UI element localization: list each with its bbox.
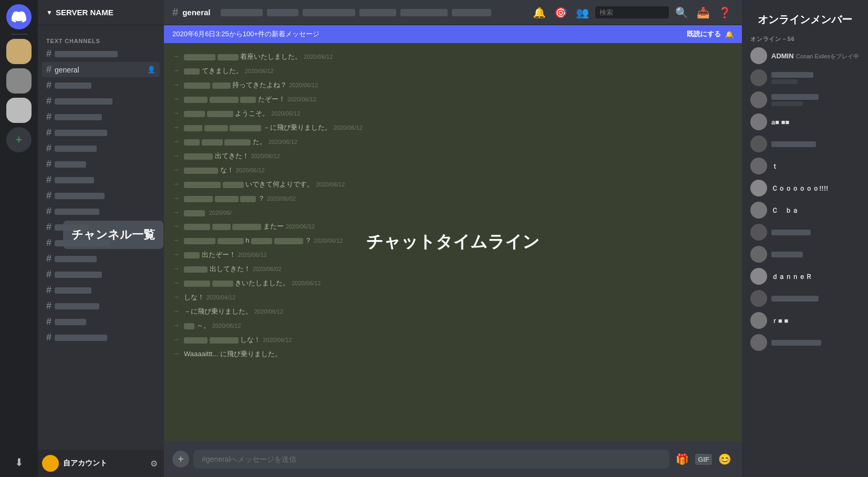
member-info: Ｃｏｏｏｏｏｏ!!!! bbox=[771, 183, 860, 193]
msg-text: 持ってきたよね？2020/06/12 bbox=[184, 81, 318, 89]
hash-icon: # bbox=[46, 269, 51, 280]
server-icon-gray[interactable] bbox=[6, 68, 32, 94]
user-info: 自アカウント bbox=[63, 459, 148, 468]
blurred-name bbox=[184, 196, 213, 202]
header-hash-icon: # bbox=[172, 6, 178, 18]
blurred-name bbox=[212, 82, 231, 89]
server-divider bbox=[11, 34, 27, 35]
member-name: a■ ■■ bbox=[771, 118, 789, 126]
member-item[interactable]: Ｃｏｏｏｏｏｏ!!!! bbox=[746, 178, 864, 199]
download-icon[interactable]: ⬇ bbox=[15, 456, 24, 469]
member-name: ｒ■ ■ bbox=[771, 317, 788, 325]
search-input[interactable] bbox=[595, 6, 669, 18]
blurred-name bbox=[240, 196, 256, 202]
channel-item[interactable]: # bbox=[42, 220, 160, 235]
member-item[interactable]: ｄａｎｎｅＲ bbox=[746, 266, 864, 287]
member-item[interactable] bbox=[746, 288, 864, 309]
help-icon[interactable]: ❓ bbox=[716, 4, 733, 21]
mark-read-button[interactable]: 既読にする bbox=[687, 29, 721, 39]
gift-icon[interactable]: 🎁 bbox=[674, 451, 691, 468]
gif-icon[interactable]: GIF bbox=[695, 454, 712, 465]
member-item[interactable]: a■ ■■ bbox=[746, 111, 864, 132]
member-item[interactable] bbox=[746, 89, 864, 110]
channel-category-text[interactable]: TEXT CHANNELS bbox=[42, 29, 160, 46]
blurred-name bbox=[207, 111, 233, 117]
server-icon-tan[interactable] bbox=[6, 39, 32, 64]
new-messages-text: 2020年6月6日3:25から100+件の新着メッセージ bbox=[172, 29, 319, 39]
members-icon[interactable]: 👥 bbox=[574, 4, 591, 21]
timestamp: 2020/06/12 bbox=[292, 280, 321, 286]
arrow-icon: → bbox=[172, 179, 180, 188]
msg-text: 出たぞー！2020/06/12 bbox=[184, 251, 267, 258]
message-input[interactable] bbox=[193, 450, 669, 469]
server-name-header[interactable]: ▼ SERVER NAME bbox=[38, 0, 164, 25]
server-sidebar: + ⬇ 参加サーバー bbox=[0, 0, 38, 477]
channel-item[interactable]: # bbox=[42, 298, 160, 314]
member-info bbox=[771, 296, 860, 302]
member-item[interactable] bbox=[746, 222, 864, 243]
server-icon-lightgray[interactable] bbox=[6, 98, 32, 123]
add-server-button[interactable]: + bbox=[6, 127, 32, 152]
member-item[interactable]: ｒ■ ■ bbox=[746, 310, 864, 331]
member-info bbox=[771, 94, 860, 106]
channel-item[interactable]: # bbox=[42, 141, 160, 156]
settings-icon[interactable]: ⚙ bbox=[148, 457, 160, 471]
channel-name-bar bbox=[55, 319, 86, 325]
blurred-name bbox=[184, 168, 218, 174]
channel-item[interactable]: # bbox=[42, 46, 160, 61]
chat-message: → －に飛び乗りました。2020/06/12 bbox=[172, 122, 733, 132]
discord-home-button[interactable] bbox=[6, 4, 32, 29]
header-blurred-6 bbox=[452, 9, 491, 16]
channel-item[interactable]: # bbox=[42, 78, 160, 93]
member-info: ｒ■ ■ bbox=[771, 316, 860, 326]
arrow-icon: → bbox=[172, 335, 180, 344]
member-status-bar bbox=[771, 101, 803, 106]
chat-message: → 出てきた！2020/06/12 bbox=[172, 151, 733, 161]
channel-name-bar bbox=[55, 287, 91, 294]
member-avatar bbox=[750, 180, 767, 196]
channel-item[interactable]: # bbox=[42, 251, 160, 266]
inbox-icon[interactable]: 📥 bbox=[695, 4, 712, 21]
blurred-name bbox=[204, 125, 228, 131]
blurred-name bbox=[232, 224, 261, 230]
target-icon[interactable]: 🎯 bbox=[552, 4, 570, 21]
member-item[interactable] bbox=[746, 332, 864, 353]
channel-item[interactable]: # bbox=[42, 172, 160, 188]
member-avatar bbox=[750, 268, 767, 285]
member-item[interactable]: Ｃ ｂａ bbox=[746, 200, 864, 221]
add-attachment-button[interactable]: + bbox=[172, 451, 189, 468]
blurred-name bbox=[184, 266, 208, 273]
hash-icon: # bbox=[46, 127, 51, 138]
chat-area[interactable]: → 着座いたしました。2020/06/12 → てきました。2020/06/12… bbox=[164, 43, 742, 441]
member-item[interactable] bbox=[746, 67, 864, 88]
channel-item[interactable]: # bbox=[42, 157, 160, 172]
member-avatar bbox=[750, 202, 767, 219]
arrow-icon: → bbox=[172, 278, 180, 287]
chat-message: → Waaaaittt... に飛び乗りました。 bbox=[172, 349, 733, 359]
member-item[interactable]: ｔ bbox=[746, 155, 864, 177]
channel-item[interactable]: # bbox=[42, 267, 160, 282]
channel-item[interactable]: # bbox=[42, 283, 160, 298]
msg-content: ～。2020/06/12 bbox=[184, 320, 733, 330]
channel-item[interactable]: # bbox=[42, 94, 160, 109]
member-item[interactable] bbox=[746, 133, 864, 154]
header-channel-name: general bbox=[182, 8, 210, 17]
timestamp: 2020/06/ bbox=[209, 210, 232, 216]
member-item-admin[interactable]: ADMIN Conan Exilesをプレイ中 bbox=[746, 45, 864, 66]
channel-name-bar bbox=[55, 51, 118, 57]
channel-item[interactable]: # bbox=[42, 188, 160, 203]
channel-item[interactable]: # bbox=[42, 235, 160, 251]
member-item[interactable] bbox=[746, 244, 864, 265]
new-messages-banner: 2020年6月6日3:25から100+件の新着メッセージ 既読にする 🔔 bbox=[164, 25, 742, 43]
channel-item[interactable]: # bbox=[42, 314, 160, 329]
timestamp: 2020/06/12 bbox=[251, 153, 280, 159]
search-icon[interactable]: 🔍 bbox=[673, 4, 690, 21]
member-name-bar bbox=[771, 141, 816, 147]
bell-icon[interactable]: 🔔 bbox=[531, 4, 548, 21]
channel-item[interactable]: # bbox=[42, 330, 160, 345]
channel-item-general[interactable]: # general 👤 bbox=[42, 62, 160, 77]
channel-item[interactable]: # bbox=[42, 109, 160, 125]
emoji-icon[interactable]: 😊 bbox=[716, 451, 733, 468]
channel-item[interactable]: # bbox=[42, 204, 160, 219]
channel-item[interactable]: # bbox=[42, 125, 160, 140]
